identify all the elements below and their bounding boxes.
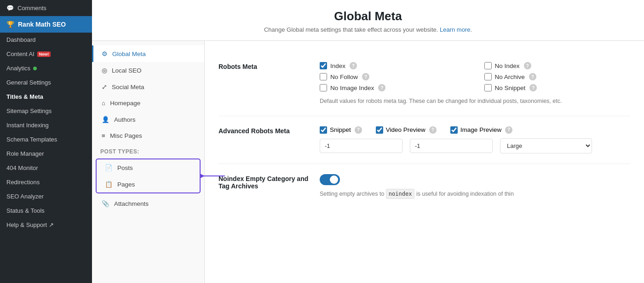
robots-meta-control: Index ? No Index ? No Follow ? [320,62,630,106]
sidebar-item-sitemap[interactable]: Sitemap Settings [0,104,92,118]
noarchive-checkbox[interactable] [484,73,492,80]
noimageindex-label: No Image Index [330,85,374,91]
snippet-checkbox[interactable] [320,126,327,134]
nofollow-checkbox[interactable] [320,73,327,80]
image-preview-checkbox[interactable] [450,126,458,134]
noarchive-label: No Archive [495,74,525,80]
advanced-robots-label: Advanced Robots Meta [218,126,320,135]
sidebar-item-rankmath[interactable]: 🏆 Rank Math SEO [0,16,92,33]
sidebar-item-404[interactable]: 404 Monitor [0,161,92,175]
snippet-label: Snippet [330,126,351,133]
robots-meta-label: Robots Meta [218,62,320,70]
advanced-robots-checks: Snippet ? Video Preview ? Image Preview … [320,126,630,134]
subnav-attachments[interactable]: 📎 Attachments [92,195,204,212]
post-types-section-label: Post Types: [92,144,204,157]
video-preview-checkbox[interactable] [376,126,383,134]
advanced-robots-inputs: Large None Standard [320,138,630,153]
toggle-slider [320,174,340,185]
snippet-check: Snippet ? [320,126,362,134]
social-icon: ⤢ [102,83,107,91]
noarchive-help-icon[interactable]: ? [529,73,536,80]
subnav-homepage[interactable]: ⌂ Homepage [92,95,204,111]
main-content: Global Meta Change Global meta settings … [92,0,644,283]
nofollow-label: No Follow [330,74,358,80]
sidebar-item-analytics[interactable]: Analytics [0,61,92,75]
nosnippet-checkbox[interactable] [484,84,492,91]
nofollow-help-icon[interactable]: ? [362,73,369,80]
sidebar-item-role-manager[interactable]: Role Manager [0,147,92,161]
content-area: ⚙ Global Meta ◎ Local SEO ⤢ Social Meta … [92,41,644,283]
checkbox-noimageindex: No Image Index ? [320,84,466,91]
noindex-label: No Index [495,62,520,69]
new-badge: New! [37,51,51,57]
subnav-pages[interactable]: 📋 Pages [97,176,200,192]
noindex-toggle[interactable] [320,174,340,185]
sidebar-item-comments[interactable]: 💬 Comments [0,0,92,16]
advanced-robots-control: Snippet ? Video Preview ? Image Preview … [320,126,630,153]
misc-icon: ≡ [102,132,105,139]
comment-icon: 💬 [6,5,14,11]
nosnippet-help-icon[interactable]: ? [529,84,537,91]
authors-icon: 👤 [102,116,109,123]
sidebar-item-seo-analyzer[interactable]: SEO Analyzer [0,189,92,204]
video-value-input[interactable] [410,139,493,153]
index-label: Index [330,62,345,69]
checkbox-index: Index ? [320,62,466,69]
video-preview-help-icon[interactable]: ? [429,126,437,134]
noindex-empty-control: Setting empty archives to noindex is use… [320,174,630,199]
image-preview-label: Image Preview [460,126,501,133]
sidebar-item-general[interactable]: General Settings [0,75,92,90]
image-preview-select[interactable]: Large None Standard [500,138,592,153]
sidebar-item-instant-indexing[interactable]: Instant Indexing [0,118,92,132]
noindex-code: noindex [386,189,415,199]
sidebar-item-redirections[interactable]: Redirections [0,175,92,189]
subnav-global-meta[interactable]: ⚙ Global Meta [92,45,204,62]
image-preview-check: Image Preview ? [450,126,512,134]
index-checkbox[interactable] [320,62,327,69]
advanced-robots-row: Advanced Robots Meta Snippet ? Video Pre… [218,116,630,164]
home-icon: ⌂ [102,100,105,107]
checkbox-nofollow: No Follow ? [320,73,466,80]
sidebar-item-dashboard[interactable]: Dashboard [0,33,92,47]
settings-panel: Robots Meta Index ? No Index [205,41,644,283]
snippet-value-input[interactable] [320,139,402,153]
noindex-empty-label: Noindex Empty Category and Tag Archives [218,174,320,190]
analytics-dot [33,67,37,70]
noindex-description: Setting empty archives to noindex is use… [320,189,630,199]
subnav-misc-pages[interactable]: ≡ Misc Pages [92,128,204,144]
pages-icon: 📋 [105,181,113,188]
index-help-icon[interactable]: ? [350,62,357,69]
sidebar-item-contentai[interactable]: Content AI New! [0,47,92,61]
noindex-toggle-wrap [320,174,630,185]
snippet-help-icon[interactable]: ? [355,126,362,134]
arrow-annotation [200,171,227,181]
subnav-local-seo[interactable]: ◎ Local SEO [92,62,204,79]
learn-more-link[interactable]: Learn more [440,26,470,33]
sidebar: 💬 Comments 🏆 Rank Math SEO Dashboard Con… [0,0,92,283]
noimageindex-checkbox[interactable] [320,84,327,91]
page-header: Global Meta Change Global meta settings … [92,0,644,41]
robots-meta-description: Default values for robots meta tag. Thes… [320,97,630,106]
posts-icon: 📄 [105,164,113,171]
video-preview-check: Video Preview ? [376,126,437,134]
subnav-authors[interactable]: 👤 Authors [92,111,204,128]
sidebar-item-schema[interactable]: Schema Templates [0,132,92,147]
noindex-help-icon[interactable]: ? [524,62,531,69]
rankmath-icon: 🏆 [6,21,14,28]
sidebar-item-help[interactable]: Help & Support ↗ [0,218,92,232]
sidebar-item-titles-meta[interactable]: Titles & Meta [0,90,92,104]
checkbox-noarchive: No Archive ? [484,73,631,80]
page-description: Change Global meta settings that take ef… [106,26,630,33]
noimageindex-help-icon[interactable]: ? [378,84,385,91]
robots-checkbox-grid: Index ? No Index ? No Follow ? [320,62,630,91]
noindex-empty-row: Noindex Empty Category and Tag Archives … [218,164,630,209]
noindex-checkbox[interactable] [484,62,492,69]
subnav-posts[interactable]: 📄 Posts [97,159,200,176]
checkbox-noindex: No Index ? [484,62,631,69]
attachments-icon: 📎 [102,200,109,207]
sidebar-item-status-tools[interactable]: Status & Tools [0,204,92,218]
image-preview-help-icon[interactable]: ? [505,126,512,134]
video-preview-label: Video Preview [386,126,426,133]
sub-nav: ⚙ Global Meta ◎ Local SEO ⤢ Social Meta … [92,41,205,283]
subnav-social-meta[interactable]: ⤢ Social Meta [92,79,204,95]
